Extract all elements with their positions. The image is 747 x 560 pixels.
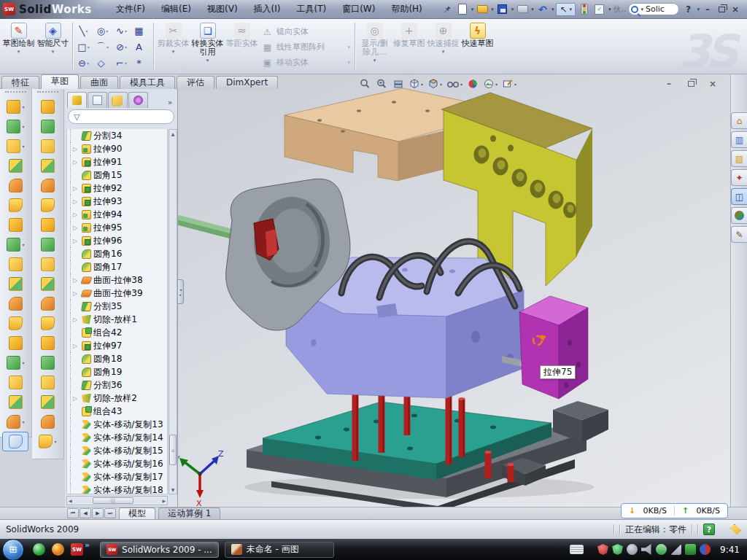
- hide-show-items-button[interactable]: ▾: [445, 77, 464, 90]
- open-file-button[interactable]: [476, 3, 489, 16]
- move-body-button[interactable]: [0, 294, 31, 314]
- tree-item[interactable]: ▷切除-放样1: [70, 313, 167, 326]
- wand-tool-button[interactable]: ▾: [0, 353, 31, 373]
- tab-nav-0[interactable]: ⏮: [67, 508, 79, 518]
- expand-icon[interactable]: ▷: [73, 225, 80, 231]
- rectangle-tool-button[interactable]: □▾: [75, 39, 94, 55]
- tree-item[interactable]: ▷拉伸91: [70, 155, 167, 168]
- toolbox-tab[interactable]: ✦: [731, 169, 747, 186]
- doc-restore-button[interactable]: [685, 78, 697, 89]
- quick-launch-overflow[interactable]: »: [85, 539, 90, 550]
- parting-line-button[interactable]: [32, 333, 63, 353]
- tree-item[interactable]: ▷曲面-拉伸38: [70, 273, 167, 287]
- custom-properties-tab[interactable]: ✎: [731, 226, 747, 243]
- tooling-split-button[interactable]: [32, 392, 63, 412]
- expand-icon[interactable]: ▷: [73, 343, 80, 349]
- planar-surface-button[interactable]: [32, 195, 63, 215]
- expand-icon[interactable]: ▷: [73, 277, 80, 284]
- solidworks-icon[interactable]: SW: [71, 543, 83, 556]
- tree-item[interactable]: ▷拉伸93: [70, 195, 167, 208]
- knit-surface-button[interactable]: [32, 156, 63, 176]
- tree-item[interactable]: 分割36: [70, 378, 167, 392]
- slot-tool-button[interactable]: ⊖▾: [75, 55, 94, 71]
- menu-item-6[interactable]: 帮助(H): [383, 0, 430, 18]
- olive-bracket[interactable]: [441, 93, 592, 286]
- shell-tool-button[interactable]: [0, 176, 31, 195]
- swept-surface-button[interactable]: [32, 97, 63, 117]
- extruded-cut-button[interactable]: ▾: [0, 117, 31, 136]
- tree-item[interactable]: 实体-移动/复制16: [70, 457, 167, 470]
- menu-item-0[interactable]: 文件(F): [108, 0, 153, 18]
- tree-item[interactable]: 实体-移动/复制18: [70, 483, 167, 494]
- tree-item[interactable]: 分割35: [70, 300, 167, 313]
- tree-item[interactable]: ▷拉伸90: [70, 142, 167, 155]
- expand-icon[interactable]: ▷: [73, 316, 80, 323]
- menu-item-2[interactable]: 视图(V): [199, 0, 246, 18]
- tree-item[interactable]: 组合42: [70, 326, 167, 339]
- tab-草图[interactable]: 草图: [41, 74, 79, 89]
- swept-boss-button[interactable]: [0, 156, 31, 176]
- convert-entities-button[interactable]: ❏转换实体引用▾: [190, 21, 225, 71]
- scroll-left-arrow[interactable]: ◀: [67, 498, 74, 503]
- print-button[interactable]: [516, 3, 529, 16]
- plane-tool-button[interactable]: [0, 373, 31, 392]
- spline-tool-button[interactable]: ∿▾: [113, 23, 132, 39]
- save-button[interactable]: [496, 3, 509, 16]
- surface-cut-button[interactable]: [32, 254, 63, 274]
- defender-icon[interactable]: [685, 544, 696, 555]
- offset-surface-button[interactable]: [32, 215, 63, 235]
- scene-button[interactable]: ▾: [481, 77, 499, 90]
- antivirus-shield-icon[interactable]: [597, 544, 608, 555]
- expand-icon[interactable]: ▷: [73, 159, 80, 166]
- expand-icon[interactable]: ▷: [73, 211, 80, 218]
- messenger-icon[interactable]: [33, 543, 45, 556]
- measure-tool-button[interactable]: [2, 432, 28, 451]
- quick-tips-button[interactable]: ?: [703, 524, 715, 535]
- sync-icon[interactable]: [700, 544, 711, 555]
- pin-icon[interactable]: 📌︎: [441, 3, 454, 16]
- tree-item[interactable]: ▷拉伸97: [70, 339, 167, 352]
- tree-vertical-scrollbar[interactable]: ▲ ≡ ▼: [169, 129, 177, 494]
- expand-icon[interactable]: ▷: [73, 146, 80, 152]
- featuremanager-tab[interactable]: [67, 92, 87, 108]
- zoom-to-area-button[interactable]: [374, 77, 390, 90]
- update-icon[interactable]: [627, 544, 638, 555]
- tree-item[interactable]: 圆角15: [70, 168, 167, 182]
- tree-item[interactable]: 圆角19: [70, 365, 167, 378]
- tree-filter-input[interactable]: ▽: [68, 109, 174, 124]
- tab-DimXpert[interactable]: DimXpert: [216, 76, 278, 89]
- taskbar-task-0[interactable]: SWSolidWorks 2009 - ...: [100, 542, 219, 558]
- sketch-fillet-tool-button[interactable]: ⌐▾: [113, 55, 132, 71]
- arc-tool-button[interactable]: ⌒▾: [94, 39, 113, 55]
- toolbar-grip[interactable]: [37, 91, 58, 95]
- rapid-sketch-button[interactable]: ϟ快速草图: [460, 21, 495, 71]
- ellipse-tool-button[interactable]: ⊘▾: [113, 39, 132, 55]
- truncated-toolbar-item[interactable]: 伙..: [613, 4, 626, 15]
- tree-item[interactable]: ▷拉伸95: [70, 221, 167, 234]
- zoom-to-fit-button[interactable]: [357, 77, 373, 90]
- tree-item[interactable]: 圆角16: [70, 247, 167, 260]
- tree-item[interactable]: 实体-移动/复制14: [70, 431, 167, 444]
- view-palette-tab[interactable]: ◫: [731, 188, 747, 205]
- search-input[interactable]: Solic: [646, 4, 665, 14]
- tree-item[interactable]: ▷拉伸96: [70, 234, 167, 247]
- security-shield-icon[interactable]: [612, 544, 623, 555]
- annotation-view-button[interactable]: ▾: [500, 77, 518, 90]
- solidworks-resources-tab[interactable]: ⌂: [731, 112, 747, 129]
- scroll-down-arrow[interactable]: ▼: [171, 486, 175, 494]
- menu-item-4[interactable]: 工具(T): [288, 0, 334, 18]
- point-tool-button[interactable]: *: [132, 55, 151, 71]
- expand-icon[interactable]: ▷: [73, 395, 80, 402]
- tree-item[interactable]: 分割34: [70, 129, 167, 142]
- delete-face-button[interactable]: [32, 294, 63, 314]
- tree-item[interactable]: 组合43: [70, 405, 167, 418]
- core-tool-button[interactable]: [32, 412, 63, 432]
- tag-icon[interactable]: [730, 524, 741, 535]
- sketch-text-tool-button[interactable]: A: [132, 39, 151, 55]
- sketch-button-button[interactable]: ✎草图绘制▾: [1, 21, 36, 71]
- taskbar-clock[interactable]: 9:41: [720, 545, 740, 555]
- shut-off-surface-button[interactable]: [32, 353, 63, 373]
- sketch-pattern-tool-button[interactable]: ▦: [132, 23, 151, 39]
- panel-tabs-overflow[interactable]: »: [165, 98, 175, 108]
- magenta-block[interactable]: [519, 296, 588, 399]
